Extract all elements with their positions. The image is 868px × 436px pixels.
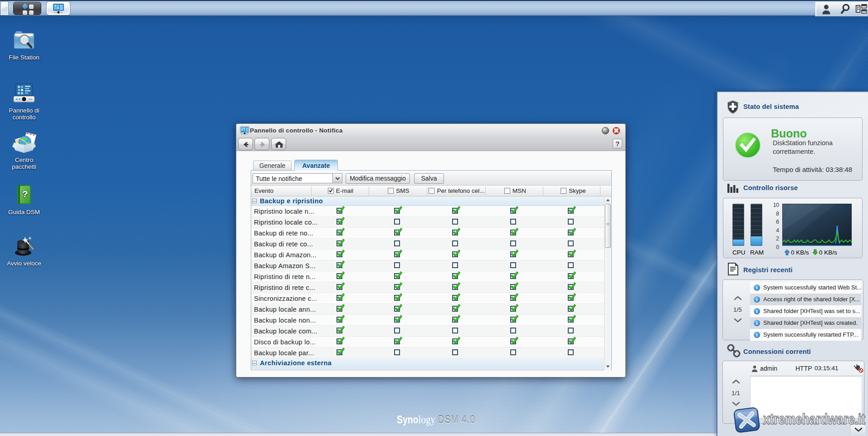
svg-text:xtremehardware.it: xtremehardware.it — [763, 410, 865, 427]
svg-text:?: ? — [22, 189, 28, 199]
